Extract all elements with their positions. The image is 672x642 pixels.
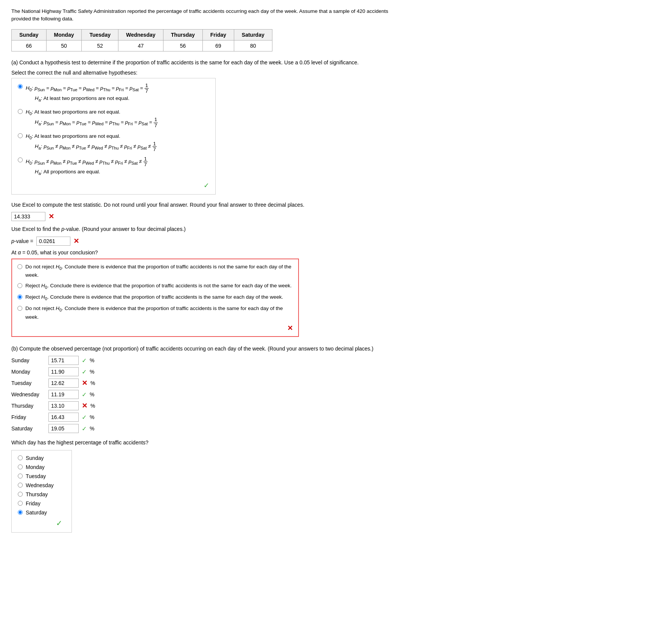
table-value-wednesday: 47	[118, 40, 163, 51]
h0-option2: H0: At least two proportions are not equ…	[26, 108, 158, 117]
conclusion-option-4[interactable]: Do not reject H0. Conclude there is evid…	[17, 305, 293, 321]
hypothesis-option-3[interactable]: H0: At least two proportions are not equ…	[18, 132, 209, 153]
table-value-thursday: 56	[163, 40, 202, 51]
which-day-label-tuesday: Tuesday	[26, 473, 46, 479]
which-day-radio-friday[interactable]	[18, 501, 23, 506]
pct-row-thursday: Thursday✕%	[11, 401, 405, 410]
pct-symbol-saturday: %	[90, 425, 94, 432]
which-day-saturday[interactable]: Saturday	[18, 510, 65, 516]
pct-day-label-monday: Monday	[11, 369, 45, 375]
pct-symbol-tuesday: %	[90, 380, 95, 386]
table-header-tuesday: Tuesday	[82, 29, 118, 40]
hypothesis-radio-1[interactable]	[18, 84, 23, 89]
pct-input-saturday[interactable]	[48, 424, 79, 433]
pct-day-label-tuesday: Tuesday	[11, 380, 45, 386]
hypothesis-radio-3[interactable]	[18, 133, 23, 138]
which-day-sunday[interactable]: Sunday	[18, 455, 65, 461]
which-day-label-wednesday: Wednesday	[26, 482, 54, 488]
which-day-radio-saturday[interactable]	[18, 510, 23, 515]
pct-input-sunday[interactable]	[48, 356, 79, 365]
pvalue-label: Use Excel to find the p-value. (Round yo…	[11, 225, 405, 233]
conclusion-radio-4[interactable]	[17, 306, 22, 311]
pct-input-monday[interactable]	[48, 367, 79, 376]
table-value-tuesday: 52	[82, 40, 118, 51]
pvalue-input[interactable]: 0.0261	[36, 237, 70, 246]
table-header-friday: Friday	[202, 29, 234, 40]
which-day-radio-monday[interactable]	[18, 464, 23, 469]
pvalue-prefix-text: p-value =	[11, 238, 33, 244]
which-day-radio-wednesday[interactable]	[18, 483, 23, 488]
which-day-box: Sunday Monday Tuesday Wednesday Thursday…	[11, 450, 72, 533]
h0-option4: H0: pSun ≠ pMon ≠ pTue ≠ pWed ≠ pThu ≠ p…	[26, 156, 148, 168]
test-stat-label: Use Excel to compute the test statistic.…	[11, 201, 405, 209]
table-header-thursday: Thursday	[163, 29, 202, 40]
data-table: SundayMondayTuesdayWednesdayThursdayFrid…	[11, 29, 272, 51]
which-day-friday[interactable]: Friday	[18, 500, 65, 506]
conclusion-text-2: Reject H0. Conclude there is evidence th…	[25, 282, 292, 290]
conclusion-text-3: Reject H0. Conclude there is evidence th…	[25, 293, 283, 302]
which-day-tuesday[interactable]: Tuesday	[18, 473, 65, 479]
select-label: Select the correct the null and alternat…	[11, 70, 405, 76]
test-stat-incorrect-icon: ✕	[48, 212, 54, 221]
hypothesis-radio-4[interactable]	[18, 157, 23, 162]
which-day-monday[interactable]: Monday	[18, 464, 65, 470]
pct-symbol-monday: %	[90, 369, 94, 375]
pct-day-label-friday: Friday	[11, 414, 45, 420]
pct-symbol-thursday: %	[90, 403, 95, 409]
pct-day-label-saturday: Saturday	[11, 425, 45, 432]
pct-symbol-friday: %	[90, 414, 94, 420]
ha-option2: Ha: pSun = pMon = pTue = pWed = pThu = p…	[35, 117, 158, 128]
pct-input-thursday[interactable]	[48, 401, 79, 410]
table-value-monday: 50	[46, 40, 82, 51]
which-day-thursday[interactable]: Thursday	[18, 491, 65, 497]
pct-row-monday: Monday✓%	[11, 367, 405, 376]
which-day-label-friday: Friday	[26, 500, 40, 506]
pct-correct-icon-monday: ✓	[82, 368, 87, 376]
which-day-radio-tuesday[interactable]	[18, 474, 23, 478]
conclusion-option-1[interactable]: Do not reject H0. Conclude there is evid…	[17, 263, 293, 279]
part-a-label: (a) Conduct a hypothesis test to determi…	[11, 58, 405, 67]
percentage-rows: Sunday✓%Monday✓%Tuesday✕%Wednesday✓%Thur…	[11, 356, 405, 433]
pct-correct-icon-sunday: ✓	[82, 357, 87, 364]
conclusion-incorrect-icon: ✕	[17, 324, 293, 332]
alpha-line: At α = 0.05, what is your conclusion?	[11, 249, 405, 256]
ha-option4: Ha: All proportions are equal.	[35, 167, 148, 177]
which-day-label-monday: Monday	[26, 464, 45, 470]
table-header-saturday: Saturday	[234, 29, 272, 40]
which-day-radio-sunday[interactable]	[18, 455, 23, 460]
pct-row-wednesday: Wednesday✓%	[11, 390, 405, 399]
hypothesis-option-1[interactable]: H0: pSun = pMon = pTue = pWed = pThu = p…	[18, 83, 209, 104]
conclusion-radio-3[interactable]	[17, 295, 22, 299]
conclusion-radio-1[interactable]	[17, 264, 22, 269]
pct-input-wednesday[interactable]	[48, 390, 79, 399]
pct-incorrect-icon-thursday: ✕	[82, 402, 87, 410]
conclusion-text-1: Do not reject H0. Conclude there is evid…	[25, 263, 293, 279]
hypothesis-radio-2[interactable]	[18, 109, 23, 114]
table-value-saturday: 80	[234, 40, 272, 51]
pct-row-sunday: Sunday✓%	[11, 356, 405, 365]
h0-option1: H0: pSun = pMon = pTue = pWed = pThu = p…	[26, 83, 149, 94]
hypothesis-box: H0: pSun = pMon = pTue = pWed = pThu = p…	[11, 78, 216, 195]
which-day-label-saturday: Saturday	[26, 510, 47, 516]
which-day-label-thursday: Thursday	[26, 491, 48, 497]
which-day-label: Which day has the highest percentage of …	[11, 438, 405, 447]
hypothesis-option-4[interactable]: H0: pSun ≠ pMon ≠ pTue ≠ pWed ≠ pThu ≠ p…	[18, 156, 209, 178]
pvalue-row: p-value = 0.0261 ✕	[11, 237, 405, 246]
intro-text: The National Highway Traffic Safety Admi…	[11, 8, 405, 23]
conclusion-option-3[interactable]: Reject H0. Conclude there is evidence th…	[17, 293, 293, 302]
conclusion-box: Do not reject H0. Conclude there is evid…	[11, 259, 299, 337]
pct-symbol-wednesday: %	[90, 391, 94, 397]
pct-symbol-sunday: %	[90, 357, 94, 363]
which-day-wednesday[interactable]: Wednesday	[18, 482, 65, 488]
h0-option3: H0: At least two proportions are not equ…	[26, 132, 157, 141]
which-day-radio-thursday[interactable]	[18, 492, 23, 497]
hypothesis-option-2[interactable]: H0: At least two proportions are not equ…	[18, 108, 209, 128]
pct-input-tuesday[interactable]	[48, 379, 79, 388]
pct-correct-icon-wednesday: ✓	[82, 391, 87, 398]
pct-input-friday[interactable]	[48, 413, 79, 422]
conclusion-option-2[interactable]: Reject H0. Conclude there is evidence th…	[17, 282, 293, 290]
conclusion-radio-2[interactable]	[17, 283, 22, 288]
conclusion-text-4: Do not reject H0. Conclude there is evid…	[25, 305, 293, 321]
test-stat-input[interactable]: 14.333	[11, 212, 45, 221]
table-value-sunday: 66	[12, 40, 47, 51]
